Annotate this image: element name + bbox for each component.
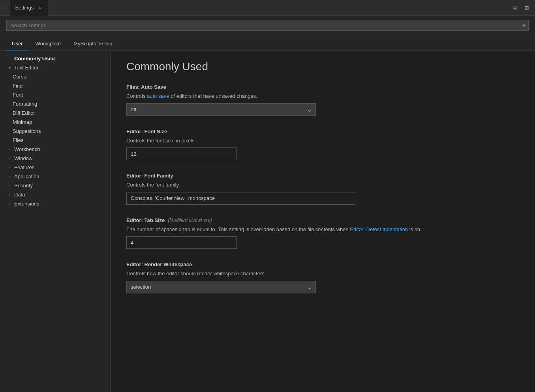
tab-myscripts[interactable]: MyScripts Folder [68,37,118,50]
chevron-right-icon: › [6,147,13,151]
setting-label-font-family: Editor: Font Family [126,173,519,179]
title-bar-left: ≡ Settings × [4,0,48,16]
main-layout: Commonly Used ▾ Text Editor Cursor Find … [0,51,535,392]
render-whitespace-select[interactable]: none boundary selection trailing all [126,281,316,293]
sidebar-item-commonly-used[interactable]: Commonly Used [0,54,110,63]
title-bar: ≡ Settings × ⧉ ⊞ [0,0,535,16]
setting-label-files-auto-save: Files: Auto Save [126,84,519,90]
sidebar-item-security[interactable]: › Security [0,181,110,190]
sidebar-item-font[interactable]: Font [0,90,110,99]
setting-editor-tab-size: Editor: Tab Size (Modified elsewhere) Th… [126,217,519,249]
section-title: Commonly Used [126,60,519,73]
chevron-right-icon: › [6,192,13,197]
settings-tab[interactable]: Settings × [10,0,48,16]
detect-indentation-link[interactable]: Editor: Detect Indentation [350,226,408,232]
files-auto-save-select[interactable]: off afterDelay onFocusChange onWindowCha… [126,103,316,116]
search-bar-container: ≡ [0,16,535,35]
setting-description-tab-size: The number of spaces a tab is equal to. … [126,226,519,233]
open-settings-json-icon[interactable]: ⊞ [522,4,531,12]
menu-icon[interactable]: ≡ [4,5,7,11]
sidebar-item-cursor[interactable]: Cursor [0,72,110,81]
font-family-input[interactable] [126,192,355,205]
title-bar-right: ⧉ ⊞ [511,4,531,12]
sidebar-item-features[interactable]: › Features [0,163,110,172]
tab-label: Settings [15,5,34,11]
filter-icon: ≡ [522,22,526,28]
chevron-right-icon: › [6,165,13,170]
tabs-row: User Workspace MyScripts Folder [0,35,535,51]
sidebar-item-extensions[interactable]: › Extensions [0,199,110,208]
sidebar-item-data[interactable]: › Data [0,190,110,199]
setting-label-font-size: Editor: Font Size [126,129,519,134]
sidebar-item-suggestions[interactable]: Suggestions [0,127,110,136]
font-size-input[interactable] [126,147,237,160]
chevron-right-icon: › [6,156,13,161]
chevron-right-icon: › [6,202,13,206]
setting-description-font-family: Controls the font family. [126,181,519,189]
sidebar-item-text-editor[interactable]: ▾ Text Editor [0,63,110,72]
render-whitespace-select-wrapper: none boundary selection trailing all [126,281,316,293]
close-tab-button[interactable]: × [37,5,43,11]
sidebar-item-minimap[interactable]: Minimap [0,118,110,127]
sidebar-item-workbench[interactable]: › Workbench [0,145,110,154]
setting-label-render-whitespace: Editor: Render Whitespace [126,261,519,267]
tab-folder-label: Folder [99,41,113,47]
auto-save-link[interactable]: auto save [147,93,169,99]
sidebar: Commonly Used ▾ Text Editor Cursor Find … [0,51,111,392]
sidebar-item-application[interactable]: › Application [0,172,110,181]
setting-editor-render-whitespace: Editor: Render Whitespace Controls how t… [126,261,519,293]
chevron-right-icon: › [6,183,13,188]
tab-user[interactable]: User [6,37,28,50]
setting-files-auto-save: Files: Auto Save Controls auto save of e… [126,84,519,116]
tab-workspace[interactable]: Workspace [30,37,66,50]
tab-size-input[interactable] [126,236,237,249]
sidebar-item-find[interactable]: Find [0,81,110,90]
sidebar-item-formatting[interactable]: Formatting [0,99,110,108]
sidebar-item-diff-editor[interactable]: Diff Editor [0,108,110,118]
setting-description-font-size: Controls the font size in pixels. [126,137,519,145]
search-input[interactable] [6,20,529,31]
setting-description-render-whitespace: Controls how the editor should render wh… [126,270,519,278]
setting-editor-font-size: Editor: Font Size Controls the font size… [126,129,519,161]
split-editor-icon[interactable]: ⧉ [511,4,519,12]
modified-label: (Modified elsewhere) [168,217,212,223]
sidebar-item-window[interactable]: › Window [0,154,110,163]
chevron-right-icon: › [6,174,13,179]
chevron-down-icon: ▾ [6,65,13,70]
content-area: Commonly Used Files: Auto Save Controls … [111,51,535,392]
setting-description-files-auto-save: Controls auto save of editors that have … [126,92,519,100]
sidebar-item-files[interactable]: Files [0,136,110,145]
setting-label-tab-size: Editor: Tab Size (Modified elsewhere) [126,217,519,223]
files-auto-save-select-wrapper: off afterDelay onFocusChange onWindowCha… [126,103,316,116]
setting-editor-font-family: Editor: Font Family Controls the font fa… [126,173,519,205]
